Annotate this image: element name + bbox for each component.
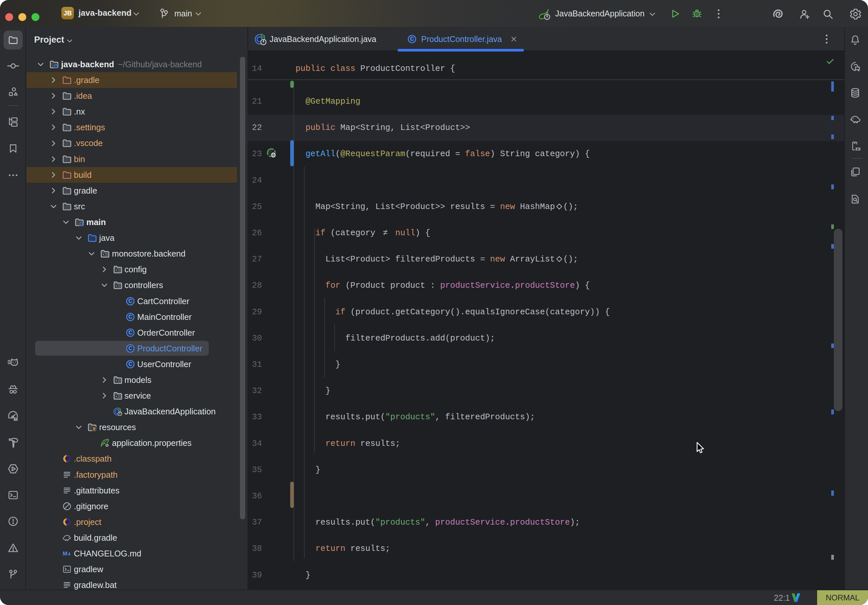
svg-text:C: C (129, 361, 132, 367)
svg-text:M: M (63, 550, 67, 557)
svg-text:C: C (129, 314, 132, 320)
svg-text:C: C (410, 36, 414, 42)
svg-text:C: C (129, 330, 132, 335)
svg-text:C: C (129, 345, 132, 351)
svg-text:C: C (129, 298, 132, 304)
